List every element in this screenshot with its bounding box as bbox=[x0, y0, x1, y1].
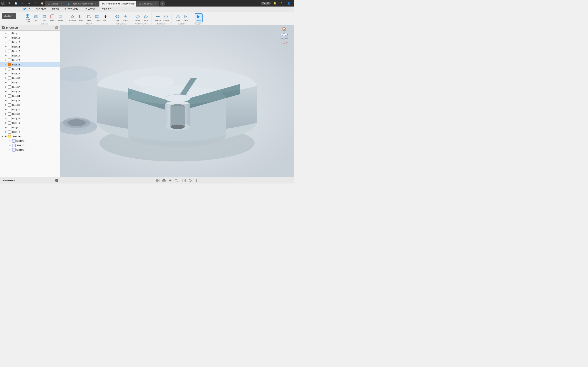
visibility-icon-body30[interactable]: 👁 bbox=[4, 76, 7, 80]
orientation-cube[interactable]: TOP BOTTOM FRONT bbox=[277, 32, 292, 40]
tab-close-nintendo[interactable]: × bbox=[136, 2, 136, 5]
browser-item-sketch3[interactable]: 👁 Sketch3 bbox=[0, 148, 60, 152]
undo-btn[interactable]: ↩ bbox=[20, 1, 25, 6]
sketch-btn[interactable]: Sketch bbox=[49, 13, 56, 22]
visibility-icon-body31[interactable]: 👁 bbox=[4, 81, 7, 84]
tab-sheetmetal[interactable]: SHEET METAL bbox=[61, 7, 82, 12]
browser-item-body37[interactable]: 👁 Body37 bbox=[0, 107, 60, 112]
browser-item-body41[interactable]: 👁 Body41 bbox=[0, 125, 60, 130]
browser-item-body36[interactable]: 👁 Body36 bbox=[0, 103, 60, 107]
redo-btn[interactable]: ↪ bbox=[26, 1, 32, 6]
visibility-icon-body14[interactable]: 👁 bbox=[4, 45, 7, 48]
visibility-icon-body41[interactable]: 👁 bbox=[4, 126, 7, 129]
browser-item-body12[interactable]: 👁 Body12 bbox=[0, 35, 60, 40]
browser-item-body23[interactable]: 👁 Body23 (3) bbox=[0, 62, 60, 67]
home-nav-btn[interactable]: 🏠 bbox=[39, 1, 45, 6]
browser-collapse-btn[interactable]: ◀ bbox=[2, 26, 5, 29]
browser-item-body18[interactable]: 👁 Body18 bbox=[0, 49, 60, 53]
browser-item-body24[interactable]: 👁 Body24 bbox=[0, 67, 60, 71]
pattern-btn[interactable]: Pattern bbox=[57, 13, 65, 22]
visibility-icon-body32[interactable]: 👁 bbox=[4, 85, 7, 89]
browser-item-sketch2[interactable]: 👁 Sketch2 bbox=[0, 143, 60, 148]
tab-mesh[interactable]: MESH bbox=[49, 7, 62, 12]
analysis-btn[interactable]: Analysis bbox=[162, 13, 170, 22]
browser-item-body35[interactable]: 👁 Body35 bbox=[0, 98, 60, 103]
select-btn[interactable]: Select bbox=[195, 13, 203, 22]
press-pull-btn[interactable]: Press/Pull bbox=[69, 13, 77, 22]
comments-add-btn[interactable]: + bbox=[55, 179, 58, 182]
cylinder-btn[interactable]: Cyl bbox=[40, 13, 48, 22]
box-btn[interactable]: Box bbox=[32, 13, 40, 22]
browser-item-body39[interactable]: 👁 Body39 bbox=[0, 116, 60, 121]
plane-btn[interactable]: Plane bbox=[142, 13, 150, 22]
shell-btn[interactable]: Shell bbox=[85, 13, 93, 22]
insert-btn[interactable]: Import bbox=[174, 13, 182, 22]
split-view-btn[interactable] bbox=[194, 178, 199, 183]
browser-item-body31[interactable]: 👁 Body31 bbox=[0, 80, 60, 85]
visibility-icon-body12[interactable]: 👁 bbox=[4, 36, 7, 39]
tab-surface[interactable]: SURFACE bbox=[33, 7, 49, 12]
sketches-folder[interactable]: ▼ 👁 📁 Sketches bbox=[0, 134, 60, 139]
design-dropdown-btn[interactable]: DESIGN ▾ bbox=[2, 13, 16, 19]
browser-item-body40[interactable]: 👁 Body40 bbox=[0, 121, 60, 125]
visibility-icon-sketch3[interactable]: 👁 bbox=[8, 148, 11, 151]
browser-item-body13[interactable]: 👁 Body13 bbox=[0, 40, 60, 44]
visibility-icon-sketches[interactable]: 👁 bbox=[4, 135, 7, 138]
new-tab-btn[interactable]: + bbox=[160, 1, 165, 6]
visibility-icon-body13[interactable]: 👁 bbox=[4, 41, 7, 44]
browser-item-body29[interactable]: 👁 Body29 bbox=[0, 71, 60, 76]
browser-item-body20[interactable]: 👁 Body20 bbox=[0, 58, 60, 62]
camera-btn[interactable] bbox=[161, 178, 167, 183]
visibility-icon-body18[interactable]: 👁 bbox=[4, 50, 7, 53]
grid-settings-btn[interactable] bbox=[155, 178, 160, 183]
joint-btn[interactable]: Joint bbox=[113, 13, 121, 22]
tab-utilities[interactable]: UTILITIES bbox=[98, 7, 114, 12]
visibility-icon-sketch1[interactable]: 👁 bbox=[8, 139, 11, 142]
tab-solid[interactable]: SOLID bbox=[20, 7, 33, 12]
combine-btn[interactable]: Combine bbox=[93, 13, 101, 22]
browser-item-body38[interactable]: 👁 Body38 bbox=[0, 112, 60, 116]
tab-plastic[interactable]: PLASTIC bbox=[83, 7, 98, 12]
tab-untitled1[interactable]: ◻ Untitled* × bbox=[45, 1, 65, 7]
visibility-icon-body11[interactable]: 👁 bbox=[4, 32, 7, 35]
visibility-icon-body34[interactable]: 👁 bbox=[4, 94, 7, 98]
tab-close-untitled1[interactable]: × bbox=[61, 2, 63, 5]
notification-btn[interactable]: 🔔 bbox=[272, 1, 278, 6]
help-btn[interactable]: ? bbox=[279, 1, 285, 6]
visibility-icon-body40[interactable]: 👁 bbox=[4, 121, 7, 125]
fillet-btn[interactable]: Fillet bbox=[77, 13, 85, 22]
browser-item-body30[interactable]: 👁 Body30 bbox=[0, 76, 60, 80]
visibility-icon-body39[interactable]: 👁 bbox=[4, 117, 7, 120]
zoom-btn[interactable] bbox=[173, 178, 179, 183]
view-cube-btn[interactable] bbox=[188, 178, 193, 183]
visibility-icon-body37[interactable]: 👁 bbox=[4, 108, 7, 111]
offset-plane-btn[interactable]: Offset bbox=[134, 13, 141, 22]
display-mode-btn[interactable] bbox=[182, 178, 187, 183]
visibility-icon-body29[interactable]: 👁 bbox=[4, 72, 7, 75]
app-icon[interactable] bbox=[1, 1, 6, 6]
visibility-icon-sketch2[interactable]: 👁 bbox=[8, 144, 11, 147]
browser-item-body32[interactable]: 👁 Body32 bbox=[0, 85, 60, 89]
decal-btn[interactable]: Decal bbox=[182, 13, 190, 22]
move-btn[interactable]: ✛ Move bbox=[102, 13, 109, 22]
tab-fish[interactable]: 🐟 FISH (v2~recovered)* × bbox=[65, 1, 99, 7]
home-view-btn[interactable]: 🏠 bbox=[282, 26, 286, 31]
browser-item-body33[interactable]: 👁 Body33 bbox=[0, 89, 60, 94]
browser-item-body34[interactable]: 👁 Body34 bbox=[0, 94, 60, 98]
browser-item-body19[interactable]: 👁 Body19 bbox=[0, 53, 60, 58]
tab-close-untitled2[interactable]: × bbox=[154, 2, 156, 5]
browser-close-btn[interactable]: × bbox=[55, 26, 58, 29]
visibility-icon-body35[interactable]: 👁 bbox=[4, 99, 7, 102]
save-btn[interactable]: 💾 bbox=[13, 1, 19, 6]
tab-nintendo[interactable]: 🎮 Ninbendo Swi...~recovered)* × bbox=[99, 1, 136, 7]
visibility-icon-body24[interactable]: 👁 bbox=[4, 67, 7, 71]
measure-btn[interactable]: Measure bbox=[154, 13, 162, 22]
tab-close-fish[interactable]: × bbox=[95, 2, 97, 5]
visibility-icon-body42[interactable]: 👁 bbox=[4, 130, 7, 133]
new-component-btn[interactable]: New Comp bbox=[24, 13, 32, 22]
visibility-icon-body20[interactable]: 👁 bbox=[4, 58, 7, 62]
asbuilt-btn[interactable]: As-built bbox=[122, 13, 130, 22]
browser-item-sketch1[interactable]: 👁 Sketch1 bbox=[0, 139, 60, 143]
redo2-btn[interactable]: ↻ bbox=[33, 1, 38, 6]
viewport[interactable]: 🏠 TOP BOTTOM bbox=[60, 25, 294, 177]
